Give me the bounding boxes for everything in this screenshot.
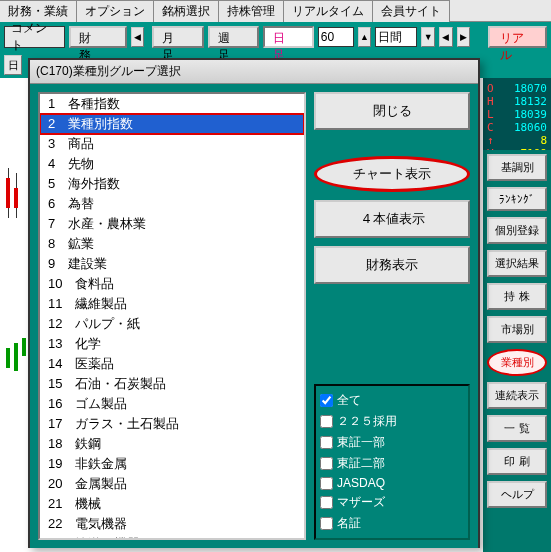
period-spinner-icon[interactable]: ▲ [358, 27, 372, 47]
group-select-dialog: (C170)業種別グループ選択 1 各種指数 2 業種別指数 3 商品 4 先物… [28, 58, 480, 548]
list-item[interactable]: 7 水産・農林業 [40, 214, 304, 234]
list-item[interactable]: 12 パルプ・紙 [40, 314, 304, 334]
daily-button[interactable]: 日足 [263, 26, 314, 48]
top-tab[interactable]: 持株管理 [218, 0, 284, 22]
period-input[interactable] [318, 27, 354, 47]
check-label: 全て [337, 392, 361, 409]
list-item[interactable]: 19 非鉄金属 [40, 454, 304, 474]
filter-check[interactable]: JASDAQ [320, 474, 464, 492]
comment-button[interactable]: コメント [4, 26, 65, 48]
day-button[interactable]: 日 [4, 55, 22, 75]
checkbox-icon[interactable] [320, 457, 333, 470]
sidebar-button[interactable]: 業種別 [487, 349, 547, 376]
back-arrow-icon[interactable]: ◀ [439, 27, 453, 47]
monthly-button[interactable]: 月足 [152, 26, 203, 48]
left-arrow-icon[interactable]: ◀ [131, 27, 145, 47]
list-item[interactable]: 9 建設業 [40, 254, 304, 274]
sidebar-button[interactable]: 選択結果 [487, 250, 547, 277]
ohlc-value: 18060 [514, 121, 547, 134]
dropdown-icon[interactable]: ▼ [421, 27, 435, 47]
list-item[interactable]: 23 輸送用機器 [40, 534, 304, 540]
ohlc-value: 18132 [514, 95, 547, 108]
filter-check[interactable]: ２２５採用 [320, 411, 464, 432]
ohlc-value: 8 [540, 134, 547, 147]
ohlc-label: O [487, 82, 494, 95]
toolbar: コメント 財 務 ◀ 月足 週足 日足 ▲ ▼ ◀ ▶ リアル [0, 22, 551, 52]
filter-check[interactable]: 東証一部 [320, 432, 464, 453]
close-button[interactable]: 閉じる [314, 92, 470, 130]
sidebar-button[interactable]: 市場別 [487, 316, 547, 343]
ohlc-value: 18070 [514, 82, 547, 95]
top-tab[interactable]: 銘柄選択 [153, 0, 219, 22]
check-label: 東証二部 [337, 455, 385, 472]
ohlc-label: L [487, 108, 494, 121]
weekly-button[interactable]: 週足 [208, 26, 259, 48]
top-tab[interactable]: 財務・業績 [0, 0, 77, 22]
list-item[interactable]: 5 海外指数 [40, 174, 304, 194]
check-label: 名証 [337, 515, 361, 532]
list-item[interactable]: 3 商品 [40, 134, 304, 154]
ohlc-label: C [487, 121, 494, 134]
filter-check[interactable]: マザーズ [320, 492, 464, 513]
right-sidebar: 基調別ﾗﾝｷﾝｸﾞ個別登録選択結果持 株市場別業種別連続表示一 覧印 刷ヘルプ [483, 150, 551, 552]
list-item[interactable]: 22 電気機器 [40, 514, 304, 534]
list-item[interactable]: 14 医薬品 [40, 354, 304, 374]
list-item[interactable]: 18 鉄鋼 [40, 434, 304, 454]
list-item[interactable]: 21 機械 [40, 494, 304, 514]
list-item[interactable]: 10 食料品 [40, 274, 304, 294]
industry-listbox[interactable]: 1 各種指数 2 業種別指数 3 商品 4 先物 5 海外指数 6 為替 7 水… [38, 92, 306, 540]
finance-button[interactable]: 財 務 [69, 26, 127, 48]
check-label: マザーズ [337, 494, 385, 511]
period-unit-select[interactable] [375, 27, 417, 47]
filter-check[interactable]: 東証二部 [320, 453, 464, 474]
list-item[interactable]: 6 為替 [40, 194, 304, 214]
list-item[interactable]: 11 繊維製品 [40, 294, 304, 314]
filter-checks: 全て２２５採用東証一部東証二部JASDAQマザーズ名証 [314, 384, 470, 540]
finance-display-button[interactable]: 財務表示 [314, 246, 470, 284]
list-item[interactable]: 1 各種指数 [40, 94, 304, 114]
sidebar-button[interactable]: 連続表示 [487, 382, 547, 409]
list-item[interactable]: 16 ゴム製品 [40, 394, 304, 414]
checkbox-icon[interactable] [320, 436, 333, 449]
dialog-title: (C170)業種別グループ選択 [30, 60, 478, 84]
checkbox-icon[interactable] [320, 517, 333, 530]
sidebar-button[interactable]: 個別登録 [487, 217, 547, 244]
sidebar-button[interactable]: 持 株 [487, 283, 547, 310]
top-tab[interactable]: オプション [76, 0, 154, 22]
sidebar-button[interactable]: 基調別 [487, 154, 547, 181]
sidebar-button[interactable]: 一 覧 [487, 415, 547, 442]
checkbox-icon[interactable] [320, 477, 333, 490]
ohlc-label: ↑ [487, 134, 494, 147]
check-label: JASDAQ [337, 476, 385, 490]
check-label: ２２５採用 [337, 413, 397, 430]
top-tab[interactable]: 会員サイト [372, 0, 450, 22]
check-label: 東証一部 [337, 434, 385, 451]
ohlc-value: 18039 [514, 108, 547, 121]
sidebar-button[interactable]: ﾗﾝｷﾝｸﾞ [487, 187, 547, 211]
sidebar-button[interactable]: 印 刷 [487, 448, 547, 475]
list-item[interactable]: 2 業種別指数 [40, 114, 304, 134]
checkbox-icon[interactable] [320, 496, 333, 509]
sidebar-button[interactable]: ヘルプ [487, 481, 547, 508]
list-item[interactable]: 15 石油・石炭製品 [40, 374, 304, 394]
list-item[interactable]: 4 先物 [40, 154, 304, 174]
four-value-button[interactable]: ４本値表示 [314, 200, 470, 238]
list-item[interactable]: 13 化学 [40, 334, 304, 354]
filter-check[interactable]: 名証 [320, 513, 464, 534]
list-item[interactable]: 20 金属製品 [40, 474, 304, 494]
realtime-button[interactable]: リアル [488, 26, 547, 48]
top-tab[interactable]: リアルタイム [283, 0, 373, 22]
fwd-arrow-icon[interactable]: ▶ [457, 27, 471, 47]
list-item[interactable]: 17 ガラス・土石製品 [40, 414, 304, 434]
top-tabs: 財務・業績オプション銘柄選択持株管理リアルタイム会員サイト [0, 0, 551, 22]
ohlc-label: H [487, 95, 494, 108]
checkbox-icon[interactable] [320, 394, 333, 407]
checkbox-icon[interactable] [320, 415, 333, 428]
chart-display-button[interactable]: チャート表示 [314, 156, 470, 192]
filter-check[interactable]: 全て [320, 390, 464, 411]
list-item[interactable]: 8 鉱業 [40, 234, 304, 254]
